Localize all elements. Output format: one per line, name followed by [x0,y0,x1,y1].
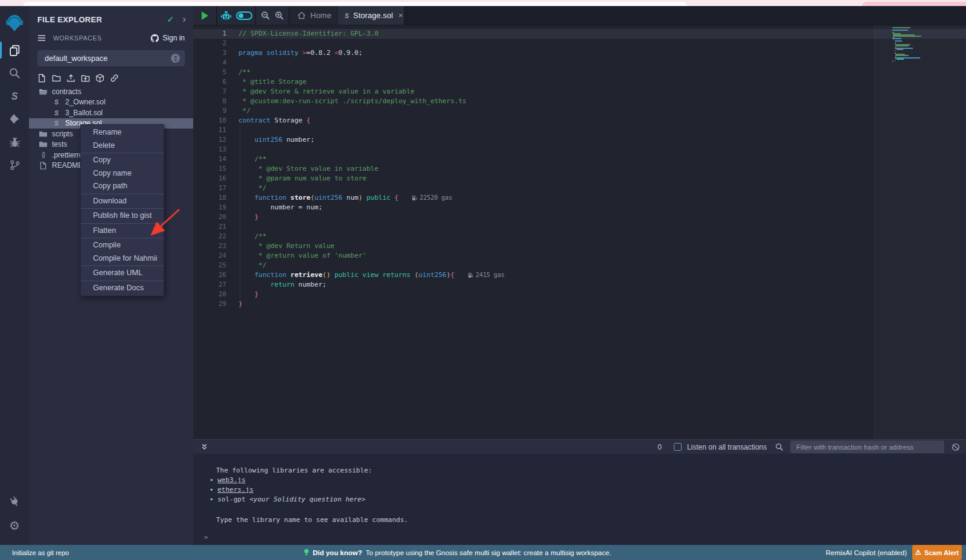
cube-ipfs-icon[interactable] [95,74,104,83]
chevron-right-icon[interactable]: › [182,16,186,22]
zoom-out-icon[interactable] [261,11,270,20]
file-actions-toolbar [37,74,185,83]
remix-logo-icon[interactable] [0,7,29,39]
code-line-4[interactable]: 4 [193,58,966,68]
code-line-1[interactable]: 1// SPDX-License-Identifier: GPL-3.0 [193,29,966,39]
upload-file-icon[interactable] [66,74,75,83]
code-line-15[interactable]: 15 * @dev Store value in variable [193,164,966,174]
scam-alert-button[interactable]: ⚠ Scam Alert [912,545,962,560]
menu-item-copy-name[interactable]: Copy name [81,167,164,180]
code-line-29[interactable]: 29} [193,299,966,309]
ethers-link[interactable]: ethers.js [217,486,254,494]
code-line-6[interactable]: 6 * @title Storage [193,77,966,87]
code-line-14[interactable]: 14 /** [193,154,966,164]
minimap[interactable] [892,27,938,62]
menu-item-rename[interactable]: Rename [81,126,164,139]
tip-title: Did you know? [313,549,362,556]
terminal-search-icon[interactable] [775,443,783,451]
menu-item-publish-file-to-gist[interactable]: Publish file to gist [81,209,164,223]
listen-transactions-label: Listen on all transactions [687,443,767,451]
line-number: 3 [193,48,226,58]
deploy-run-icon[interactable] [0,107,29,130]
check-icon[interactable]: ✓ [167,14,174,24]
code-line-8[interactable]: 8 * @custom:dev-run-script ./scripts/dep… [193,97,966,106]
menu-item-generate-uml[interactable]: Generate UML [81,267,164,280]
code-line-21[interactable]: 21 [193,222,966,232]
minimap-line [895,60,895,61]
tree-item-label: scripts [52,130,73,138]
code-line-13[interactable]: 13 [193,145,966,154]
zoom-in-icon[interactable] [275,11,284,20]
code-line-11[interactable]: 11 [193,126,966,135]
lightbulb-icon [304,549,309,556]
minimap-line [897,59,904,60]
code-line-9[interactable]: 9 */ [193,106,966,116]
code-line-10[interactable]: 10contract Storage { [193,116,966,126]
tree-item-contracts[interactable]: contracts [29,86,193,97]
code-editor[interactable]: 1// SPDX-License-Identifier: GPL-3.023pr… [193,25,966,439]
menu-item-flatten[interactable]: Flatten [81,224,164,238]
clear-console-icon[interactable] [952,443,960,451]
icon-rail: S [0,6,29,545]
code-line-28[interactable]: 28 } [193,290,966,299]
solidity-compiler-icon[interactable]: S [0,84,29,107]
transaction-filter-input[interactable] [790,441,944,453]
sign-in-button[interactable]: Sign in [150,34,185,43]
menu-item-copy[interactable]: Copy [81,154,164,167]
copilot-status[interactable]: RemixAI Copilot (enabled) [826,549,907,556]
tab-storage-sol[interactable]: S Storage.sol × [337,6,405,25]
code-line-20[interactable]: 20 } [193,212,966,222]
minimap-line [892,51,938,52]
search-icon[interactable] [0,62,29,84]
code-line-26[interactable]: 26 function retrieve() public view retur… [193,270,966,280]
line-number: 8 [193,97,226,106]
ai-robot-icon[interactable] [220,11,232,21]
file-explorer-icon[interactable] [0,39,29,62]
terminal-lib-line: • web3.js [210,476,966,485]
copilot-toggle[interactable] [236,11,252,20]
menu-item-delete[interactable]: Delete [81,139,164,153]
code-line-2[interactable]: 2 [193,39,966,48]
code-line-7[interactable]: 7 * @dev Store & retrieve value in a var… [193,87,966,97]
tree-item-3-ballot-sol[interactable]: S3_Ballot.sol [29,107,193,118]
web3-link[interactable]: web3.js [217,476,245,484]
toggle-knob [238,13,243,18]
code-line-23[interactable]: 23 * @dev Return value [193,241,966,251]
code-line-25[interactable]: 25 */ [193,261,966,270]
debugger-icon[interactable] [0,130,29,153]
menu-item-copy-path[interactable]: Copy path [81,180,164,193]
code-line-24[interactable]: 24 * @return value of 'number' [193,251,966,261]
link-icon[interactable] [110,74,119,83]
tree-item-label: tests [52,140,67,148]
close-tab-icon[interactable]: × [398,11,403,20]
terminal-output[interactable]: The following libraries are accessible: … [193,454,966,545]
code-line-22[interactable]: 22 /** [193,232,966,241]
menu-item-download[interactable]: Download [81,195,164,208]
workspace-select[interactable]: default_workspace [37,50,185,66]
tree-item-2-owner-sol[interactable]: S2_Owner.sol [29,97,193,108]
upload-folder-icon[interactable] [81,74,90,83]
terminal-prompt[interactable]: > [204,533,208,541]
collapse-terminal-icon[interactable] [201,444,208,450]
menu-item-compile-for-nahmii[interactable]: Compile for Nahmii [81,252,164,266]
code-line-18[interactable]: 18 function store(uint256 num) public {2… [193,193,966,203]
code-line-19[interactable]: 19 number = num; [193,203,966,212]
plugin-manager-icon[interactable] [0,489,29,514]
git-icon[interactable] [0,153,29,176]
code-line-12[interactable]: 12 uint256 number; [193,135,966,145]
code-line-16[interactable]: 16 * @param num value to store [193,174,966,183]
code-line-3[interactable]: 3pragma solidity >=0.8.2 <0.9.0; [193,48,966,58]
code-line-5[interactable]: 5/** [193,68,966,77]
code-line-27[interactable]: 27 return number; [193,280,966,290]
new-file-icon[interactable] [37,74,46,83]
tab-home[interactable]: Home [290,6,337,25]
code-line-17[interactable]: 17 */ [193,183,966,193]
git-init-button[interactable]: Initialize as git repo [0,549,69,556]
run-script-button[interactable] [202,11,208,20]
new-folder-icon[interactable] [52,74,61,83]
menu-item-compile[interactable]: Compile [81,239,164,252]
listen-transactions-checkbox[interactable] [674,443,682,451]
settings-icon[interactable]: ⚙ [0,514,29,538]
menu-item-generate-docs[interactable]: Generate Docs [81,282,164,295]
hamburger-menu-icon[interactable] [37,34,46,42]
